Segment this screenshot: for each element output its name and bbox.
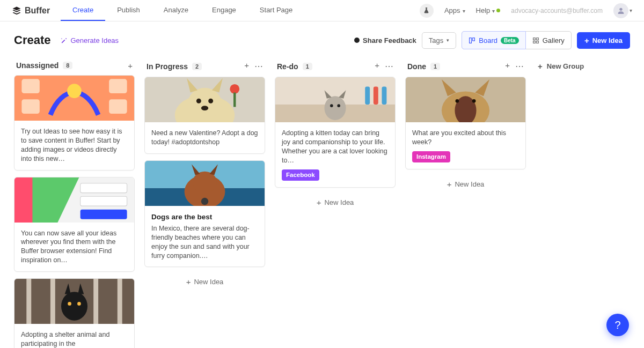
nav-tab-publish[interactable]: Publish bbox=[105, 0, 152, 21]
card-text: Adopting a shelter animal and participat… bbox=[21, 330, 128, 348]
card-text: Need a new Valentine? Adopt a dog today!… bbox=[145, 122, 265, 153]
nav-tab-start-page[interactable]: Start Page bbox=[248, 0, 304, 21]
new-idea-row-label: New Idea bbox=[324, 198, 354, 206]
card-thumbnail bbox=[14, 76, 134, 121]
page-header: Create Generate Ideas Share Feedback Tag… bbox=[0, 21, 644, 55]
svg-point-36 bbox=[201, 106, 208, 110]
new-idea-row[interactable]: + New Idea bbox=[405, 176, 526, 192]
page-title: Create bbox=[14, 33, 50, 47]
column-menu-button[interactable] bbox=[254, 61, 263, 71]
plus-icon: + bbox=[447, 180, 452, 188]
channel-tag-facebook: Facebook bbox=[282, 169, 319, 181]
svg-point-34 bbox=[196, 99, 201, 103]
nav-tab-create[interactable]: Create bbox=[61, 0, 105, 21]
card[interactable]: You can now save all your ideas wherever… bbox=[14, 177, 135, 272]
user-email: advocacy-accounts@buffer.com bbox=[511, 7, 603, 14]
nav-right: Apps Help advocacy-accounts@buffer.com ▾ bbox=[420, 3, 632, 18]
beta-badge: Beta bbox=[501, 37, 519, 44]
card[interactable]: What are you excited about this week? In… bbox=[405, 77, 526, 169]
apps-menu[interactable]: Apps bbox=[444, 6, 465, 14]
svg-point-27 bbox=[68, 302, 71, 306]
add-card-button[interactable]: + bbox=[244, 61, 249, 71]
share-feedback-label: Share Feedback bbox=[363, 36, 416, 45]
svg-rect-38 bbox=[233, 93, 236, 107]
svg-rect-6 bbox=[536, 41, 538, 43]
help-icon: ? bbox=[614, 319, 620, 331]
new-idea-row[interactable]: + New Idea bbox=[144, 273, 265, 290]
column-menu-button[interactable] bbox=[515, 61, 524, 71]
new-group-button[interactable]: + New Group bbox=[536, 61, 586, 72]
generate-ideas-label: Generate Ideas bbox=[70, 36, 119, 45]
avatar-icon bbox=[613, 3, 628, 18]
new-idea-button[interactable]: + New Idea bbox=[577, 32, 630, 49]
column-title: Done bbox=[407, 62, 426, 71]
svg-rect-4 bbox=[536, 38, 538, 40]
brand-text: Buffer bbox=[25, 6, 50, 16]
gallery-icon bbox=[532, 37, 539, 44]
experiments-button[interactable] bbox=[420, 4, 434, 18]
add-card-button[interactable]: + bbox=[128, 62, 133, 70]
card[interactable]: Adopting a shelter animal and participat… bbox=[14, 278, 135, 348]
nav-tabs: Create Publish Analyze Engage Start Page bbox=[61, 0, 304, 21]
add-card-button[interactable]: + bbox=[505, 61, 510, 71]
column-title: In Progress bbox=[147, 62, 188, 71]
nav-tab-analyze[interactable]: Analyze bbox=[152, 0, 200, 21]
svg-rect-17 bbox=[80, 196, 127, 206]
column-header: Done 1 + bbox=[405, 61, 526, 77]
svg-rect-1 bbox=[470, 38, 472, 43]
svg-point-51 bbox=[330, 104, 333, 107]
view-gallery-button[interactable]: Gallery bbox=[526, 32, 571, 49]
new-idea-label: New Idea bbox=[592, 36, 623, 45]
svg-point-37 bbox=[230, 84, 239, 94]
board-label: Board bbox=[479, 36, 497, 45]
card[interactable]: Need a new Valentine? Adopt a dog today!… bbox=[144, 77, 265, 154]
card[interactable]: Dogs are the best In Mexico, there are s… bbox=[144, 160, 265, 268]
generate-ideas-button[interactable]: Generate Ideas bbox=[60, 36, 119, 45]
svg-point-52 bbox=[337, 104, 340, 107]
brand-logo[interactable]: Buffer bbox=[12, 6, 50, 16]
column-done: Done 1 + What are you excited about this… bbox=[405, 61, 526, 192]
help-menu[interactable]: Help bbox=[476, 6, 501, 14]
column-header: Re-do 1 + bbox=[275, 61, 396, 77]
column-header: In Progress 2 + bbox=[144, 61, 265, 77]
tags-filter-button[interactable]: Tags ▾ bbox=[422, 32, 456, 49]
help-fab[interactable]: ? bbox=[606, 314, 629, 336]
buffer-icon bbox=[12, 6, 21, 16]
help-label: Help bbox=[476, 6, 491, 14]
channel-tag-instagram: Instagram bbox=[412, 151, 450, 163]
svg-rect-23 bbox=[118, 279, 122, 324]
view-board-button[interactable]: Board Beta bbox=[462, 31, 525, 49]
svg-rect-8 bbox=[21, 79, 39, 93]
header-actions: Share Feedback Tags ▾ Board Beta Gallery… bbox=[354, 31, 630, 49]
svg-rect-22 bbox=[93, 279, 98, 324]
new-idea-row-label: New Idea bbox=[194, 278, 223, 286]
card-text: Try out Ideas to see how easy it is to s… bbox=[14, 121, 134, 170]
gallery-label: Gallery bbox=[543, 36, 565, 45]
user-avatar[interactable]: ▾ bbox=[613, 3, 632, 18]
svg-rect-53 bbox=[365, 86, 370, 104]
board-icon bbox=[469, 37, 475, 44]
svg-point-24 bbox=[61, 292, 87, 321]
plus-icon: + bbox=[317, 198, 321, 206]
svg-rect-2 bbox=[473, 38, 475, 40]
card-text: In Mexico, there are several dog-friendl… bbox=[151, 224, 258, 261]
new-idea-row[interactable]: + New Idea bbox=[275, 194, 396, 211]
nav-tab-engage[interactable]: Engage bbox=[200, 0, 248, 21]
column-count: 8 bbox=[63, 62, 72, 69]
top-nav: Buffer Create Publish Analyze Engage Sta… bbox=[0, 0, 644, 21]
card[interactable]: Try out Ideas to see how easy it is to s… bbox=[14, 75, 135, 171]
flask-icon bbox=[423, 7, 430, 14]
view-toggle: Board Beta Gallery bbox=[462, 31, 572, 49]
card-thumbnail bbox=[14, 279, 134, 324]
column-count: 1 bbox=[430, 63, 440, 70]
svg-point-48 bbox=[324, 96, 346, 120]
add-card-button[interactable]: + bbox=[375, 61, 379, 71]
column-redo: Re-do 1 + Adopting a kitten today can br… bbox=[275, 61, 396, 211]
column-unassigned: Unassigned 8 + Try out Ideas to see how … bbox=[14, 61, 135, 348]
svg-rect-55 bbox=[382, 86, 386, 104]
card[interactable]: Adopting a kitten today can bring joy an… bbox=[275, 77, 396, 188]
share-feedback-button[interactable]: Share Feedback bbox=[354, 36, 416, 45]
column-menu-button[interactable] bbox=[385, 61, 393, 71]
svg-rect-11 bbox=[109, 99, 127, 114]
plus-icon: + bbox=[584, 36, 589, 45]
